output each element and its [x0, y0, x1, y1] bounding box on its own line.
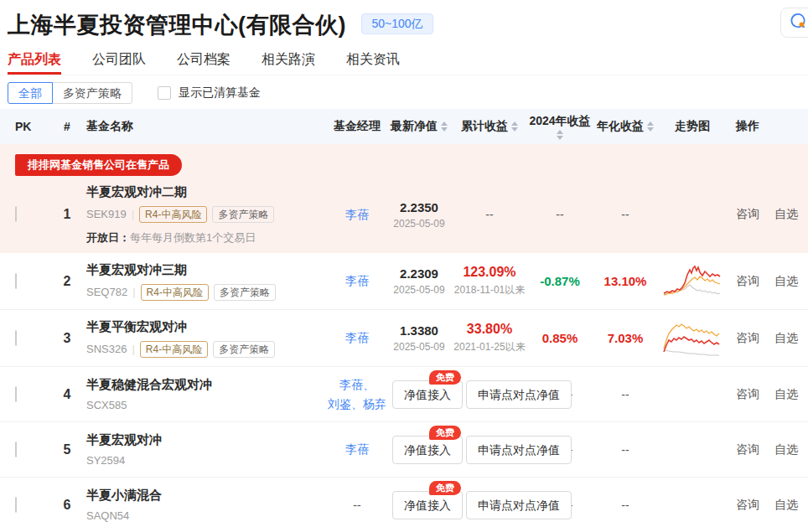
nav-access-button[interactable]: 净值接入: [392, 491, 463, 519]
trend-sparkline[interactable]: [662, 320, 723, 357]
meta-divider: |: [132, 343, 134, 355]
consult-link[interactable]: 咨询: [736, 498, 759, 513]
fund-code: SEK919: [86, 208, 127, 220]
manager-link[interactable]: 李蓓、刘鉴、杨弃: [327, 375, 387, 413]
tab-bar: 产品列表 公司团队 公司档案 相关路演 相关资讯: [0, 44, 808, 75]
y2024-header-label: 2024年收益: [529, 114, 590, 129]
row-checkbox[interactable]: [15, 330, 17, 346]
tab-company-team[interactable]: 公司团队: [92, 51, 146, 75]
fund-name-link[interactable]: 半夏宏观对冲: [86, 432, 327, 448]
manager-empty: --: [353, 498, 360, 512]
table-header-2024-return[interactable]: 2024年收益: [528, 114, 592, 140]
p2p-nav-button[interactable]: 申请点对点净值: [466, 380, 572, 409]
filter-all-button[interactable]: 全部: [8, 82, 53, 104]
favorite-link[interactable]: 自选: [774, 331, 798, 346]
annual-return: --: [621, 208, 629, 221]
manager-name: 刘鉴、杨弃: [327, 395, 387, 413]
filter-bar: 全部 多资产策略 显示已清算基金: [0, 75, 808, 109]
fund-code: SEQ782: [86, 286, 127, 298]
favorite-link[interactable]: 自选: [774, 387, 798, 402]
row-checkbox[interactable]: [15, 386, 17, 402]
show-liquidated-label: 显示已清算基金: [179, 85, 261, 101]
tab-product-list[interactable]: 产品列表: [8, 51, 61, 75]
show-liquidated-checkbox[interactable]: [158, 86, 171, 100]
favorite-link[interactable]: 自选: [774, 274, 798, 289]
consult-link[interactable]: 咨询: [736, 442, 759, 457]
nav-value: 2.2309: [387, 266, 451, 281]
risk-tag: R4-中高风险: [141, 284, 209, 301]
annual-return: 13.10%: [604, 274, 647, 288]
favorite-link[interactable]: 自选: [774, 207, 798, 222]
free-badge: 免费: [429, 426, 461, 440]
online-consult-button[interactable]: [780, 8, 808, 38]
trend-sparkline[interactable]: [662, 263, 723, 300]
nav-value: 2.2350: [387, 200, 451, 214]
annual-return: --: [621, 443, 629, 457]
favorite-link[interactable]: 自选: [774, 442, 798, 457]
sort-icon[interactable]: [647, 121, 654, 132]
cum-return: --: [485, 208, 493, 221]
manager-name: 李蓓、: [327, 375, 387, 394]
nav-access-button[interactable]: 净值接入: [392, 380, 463, 409]
nav-button-group: 免费 净值接入 申请点对点净值: [392, 380, 572, 409]
open-day: 开放日：每年每月倒数第1个交易日: [86, 230, 327, 245]
table-row: 4 半夏稳健混合宏观对冲 SCX585 李蓓、刘鉴、杨弃 免费 净值接入 申请点…: [0, 367, 808, 422]
nav-access-button[interactable]: 净值接入: [392, 436, 463, 464]
cum-header-label: 累计收益: [461, 119, 508, 134]
return-2024: 0.85%: [542, 331, 578, 345]
row-checkbox[interactable]: [15, 442, 17, 457]
table-header-action: 操作: [726, 119, 808, 134]
fund-name-link[interactable]: 半夏小满混合: [86, 488, 327, 504]
annual-header-label: 年化收益: [597, 119, 644, 134]
sort-icon[interactable]: [557, 130, 563, 140]
consult-link[interactable]: 咨询: [736, 387, 759, 402]
fund-code: SAQN54: [86, 509, 129, 522]
table-header-annual-return[interactable]: 年化收益: [592, 119, 659, 134]
nav-date: 2025-05-09: [387, 341, 451, 353]
tab-news[interactable]: 相关资讯: [346, 51, 400, 75]
table-header-trend: 走势图: [659, 119, 726, 134]
tab-company-profile[interactable]: 公司档案: [177, 51, 230, 75]
filter-multi-asset-button[interactable]: 多资产策略: [52, 82, 132, 104]
consult-link[interactable]: 咨询: [736, 207, 759, 222]
p2p-nav-button[interactable]: 申请点对点净值: [466, 436, 572, 464]
manager-link[interactable]: 李蓓: [345, 208, 369, 221]
annual-return: --: [621, 498, 629, 512]
table-row: 2 半夏宏观对冲三期 SEQ782 | R4-中高风险 多资产策略 李蓓 2.2…: [0, 253, 808, 310]
table-header-cum-return[interactable]: 累计收益: [451, 119, 528, 134]
nav-value: 1.3380: [387, 323, 451, 338]
page-header: 上海半夏投资管理中心(有限合伙) 50~100亿: [0, 0, 808, 44]
row-checkbox[interactable]: [15, 497, 17, 513]
table-header-fund-name: 基金名称: [80, 119, 327, 134]
sale-banner: 排排网基金销售公司在售产品: [15, 154, 182, 176]
manager-link[interactable]: 李蓓: [345, 274, 369, 287]
row-index: 1: [54, 207, 80, 222]
fund-company-page: 上海半夏投资管理中心(有限合伙) 50~100亿 产品列表 公司团队 公司档案 …: [0, 0, 808, 532]
fund-name-link[interactable]: 半夏宏观对冲三期: [86, 262, 327, 278]
consult-link[interactable]: 咨询: [736, 274, 759, 289]
nav-date: 2025-05-09: [387, 284, 451, 296]
sort-icon[interactable]: [511, 121, 518, 132]
strategy-tag: 多资产策略: [212, 206, 274, 223]
row-checkbox[interactable]: [15, 206, 17, 222]
row-checkbox[interactable]: [15, 273, 17, 289]
table-header-manager: 基金经理: [327, 119, 387, 134]
fund-name-link[interactable]: 半夏平衡宏观对冲: [86, 319, 327, 335]
cum-since: 2018-11-01以来: [451, 283, 528, 297]
open-day-value: 每年每月倒数第1个交易日: [130, 231, 256, 244]
p2p-nav-button[interactable]: 申请点对点净值: [466, 491, 572, 519]
tab-roadshows[interactable]: 相关路演: [262, 51, 315, 75]
manager-link[interactable]: 李蓓: [345, 331, 369, 344]
fund-name-link[interactable]: 半夏稳健混合宏观对冲: [86, 377, 327, 393]
table-row: 5 半夏宏观对冲 SY2594 李蓓 免费 净值接入 申请点对点净值 -- --…: [0, 422, 808, 478]
fund-code: SCX585: [86, 399, 127, 411]
fund-name-link[interactable]: 半夏宏观对冲二期: [86, 184, 327, 200]
consult-link[interactable]: 咨询: [736, 331, 759, 346]
row-index: 2: [54, 274, 80, 289]
table-header-nav[interactable]: 最新净值: [387, 119, 451, 134]
strategy-tag: 多资产策略: [214, 284, 276, 301]
sort-icon[interactable]: [441, 121, 448, 132]
favorite-link[interactable]: 自选: [774, 498, 798, 513]
manager-link[interactable]: 李蓓: [345, 442, 369, 456]
show-liquidated-toggle[interactable]: 显示已清算基金: [158, 85, 261, 101]
